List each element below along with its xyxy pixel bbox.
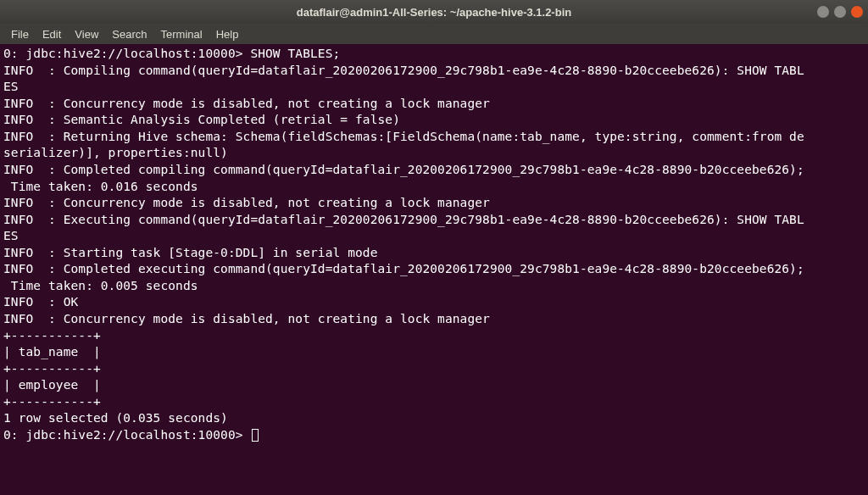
window-title: dataflair@admin1-All-Series: ~/apache-hi… <box>297 6 571 19</box>
out-line: INFO : Starting task [Stage-0:DDL] in se… <box>3 246 378 259</box>
menu-file[interactable]: File <box>5 26 35 42</box>
table-border: +-----------+ <box>3 329 101 342</box>
out-line: INFO : Executing command(queryId=datafla… <box>3 213 804 226</box>
window-titlebar: dataflair@admin1-All-Series: ~/apache-hi… <box>0 0 868 24</box>
maximize-button[interactable] <box>834 6 846 18</box>
table-border: +-----------+ <box>3 362 101 375</box>
out-line: ES <box>3 229 19 242</box>
out-line: INFO : Concurrency mode is disabled, not… <box>3 312 490 325</box>
terminal-output[interactable]: 0: jdbc:hive2://localhost:10000> SHOW TA… <box>0 44 868 446</box>
out-line: INFO : Concurrency mode is disabled, not… <box>3 196 490 209</box>
menu-edit[interactable]: Edit <box>36 26 67 42</box>
out-line: INFO : Compiling command(queryId=datafla… <box>3 64 804 77</box>
table-row: | employee | <box>3 378 101 392</box>
out-line: INFO : Completed executing command(query… <box>3 262 804 275</box>
out-line: serializer)], properties:null) <box>3 146 228 159</box>
prompt: 0: jdbc:hive2://localhost:10000> <box>3 428 250 442</box>
minimize-button[interactable] <box>817 6 829 18</box>
menu-view[interactable]: View <box>69 26 104 42</box>
cursor-icon <box>252 429 259 442</box>
table-header: | tab_name | <box>3 345 101 359</box>
close-button[interactable] <box>851 6 863 18</box>
out-line: 0: jdbc:hive2://localhost:10000> SHOW TA… <box>3 47 340 60</box>
menu-bar: File Edit View Search Terminal Help <box>0 24 868 44</box>
out-line: Time taken: 0.016 seconds <box>3 180 198 193</box>
out-line: INFO : Completed compiling command(query… <box>3 163 804 176</box>
out-line: INFO : Semantic Analysis Completed (retr… <box>3 113 400 126</box>
table-border: +-----------+ <box>3 395 101 409</box>
menu-help[interactable]: Help <box>210 26 245 42</box>
out-line: Time taken: 0.005 seconds <box>3 279 198 292</box>
out-line: ES <box>3 80 19 93</box>
out-line: INFO : OK <box>3 295 78 309</box>
out-line: INFO : Returning Hive schema: Schema(fie… <box>3 130 804 143</box>
menu-terminal[interactable]: Terminal <box>155 26 209 42</box>
menu-search[interactable]: Search <box>106 26 153 42</box>
result-summary: 1 row selected (0.035 seconds) <box>3 411 228 425</box>
window-controls <box>817 6 863 18</box>
out-line: INFO : Concurrency mode is disabled, not… <box>3 97 490 110</box>
